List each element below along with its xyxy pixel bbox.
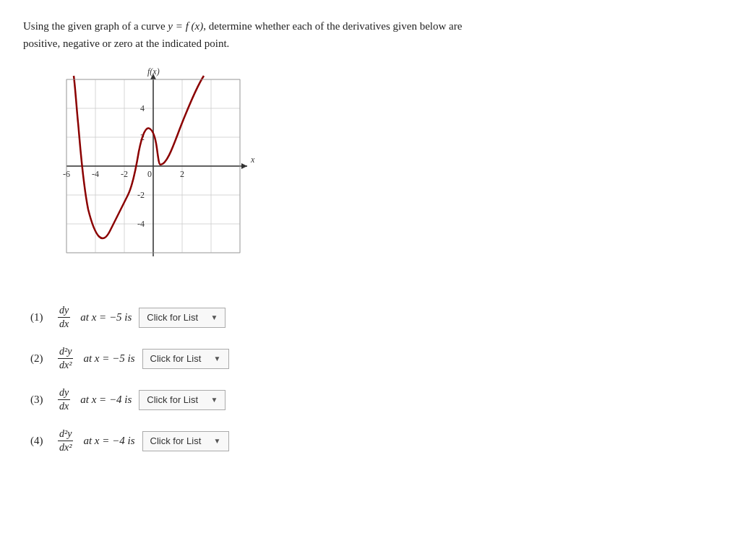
q4-dropdown[interactable]: Click for List ▼ — [142, 431, 229, 451]
q2-dropdown-label: Click for List — [150, 353, 202, 364]
graph-svg: -6 -4 -2 0 2 4 2 -2 -4 x f(x) — [38, 65, 269, 274]
y-label-4: 4 — [140, 103, 145, 113]
curve-path — [74, 76, 204, 238]
q3-numer: dy — [58, 387, 70, 400]
q1-at-text: at x = −5 is — [80, 311, 132, 324]
graph-container: -6 -4 -2 0 2 4 2 -2 -4 x f(x) — [38, 65, 269, 274]
math-expression: y = f (x) — [168, 20, 203, 32]
x-label-0: 0 — [147, 169, 152, 179]
q4-num: (4) — [30, 435, 51, 447]
q3-at-text: at x = −4 is — [80, 394, 132, 406]
q1-num: (1) — [30, 311, 51, 324]
q2-dropdown[interactable]: Click for List ▼ — [142, 349, 229, 369]
q2-denom: dx² — [58, 359, 73, 371]
question-1: (1) dy dx at x = −5 is Click for List ▼ — [30, 305, 733, 330]
q4-fraction-d2y-dx2: d²y dx² — [58, 428, 73, 454]
q2-dropdown-arrow: ▼ — [214, 355, 221, 363]
q4-at-text: at x = −4 is — [83, 435, 134, 447]
intro-line1: Using the given graph of a curve — [23, 20, 168, 32]
question-4: (4) d²y dx² at x = −4 is Click for List … — [30, 428, 733, 454]
q3-num: (3) — [30, 394, 51, 406]
q2-at-text: at x = −5 is — [83, 352, 134, 365]
intro-paragraph: Using the given graph of a curve y = f (… — [23, 17, 616, 52]
x-label-neg2: -2 — [121, 169, 128, 179]
q2-numer: d²y — [58, 346, 73, 359]
questions-container: (1) dy dx at x = −5 is Click for List ▼ … — [23, 305, 733, 454]
x-label-neg4: -4 — [92, 169, 99, 179]
q1-denom: dx — [58, 318, 70, 330]
q3-dropdown[interactable]: Click for List ▼ — [139, 390, 225, 410]
y-axis-label: f(x) — [147, 66, 160, 77]
intro-line2: , determine whether each of the derivati… — [203, 20, 462, 32]
q4-numer: d²y — [58, 428, 73, 441]
q1-fraction-dy-dx: dy dx — [58, 305, 70, 330]
intro-line3: positive, negative or zero at the indica… — [23, 38, 229, 49]
q2-num: (2) — [30, 352, 51, 365]
q3-dropdown-label: Click for List — [147, 394, 198, 405]
y-label-neg2: -2 — [137, 190, 145, 200]
x-axis-arrow — [241, 163, 247, 169]
y-label-neg4: -4 — [137, 219, 145, 229]
q4-dropdown-label: Click for List — [150, 435, 202, 446]
q1-dropdown-label: Click for List — [147, 312, 198, 323]
q4-denom: dx² — [58, 441, 73, 454]
question-3: (3) dy dx at x = −4 is Click for List ▼ — [30, 387, 733, 412]
q3-denom: dx — [58, 400, 70, 412]
q3-fraction-dy-dx: dy dx — [58, 387, 70, 412]
q2-fraction-d2y-dx2: d²y dx² — [58, 346, 73, 371]
x-label-2: 2 — [180, 169, 184, 179]
q1-dropdown-arrow: ▼ — [210, 313, 218, 321]
q1-dropdown[interactable]: Click for List ▼ — [139, 308, 225, 328]
x-axis-label: x — [250, 155, 255, 165]
q3-dropdown-arrow: ▼ — [210, 396, 218, 404]
q4-dropdown-arrow: ▼ — [214, 437, 221, 445]
question-2: (2) d²y dx² at x = −5 is Click for List … — [30, 346, 733, 371]
q1-numer: dy — [58, 305, 70, 318]
